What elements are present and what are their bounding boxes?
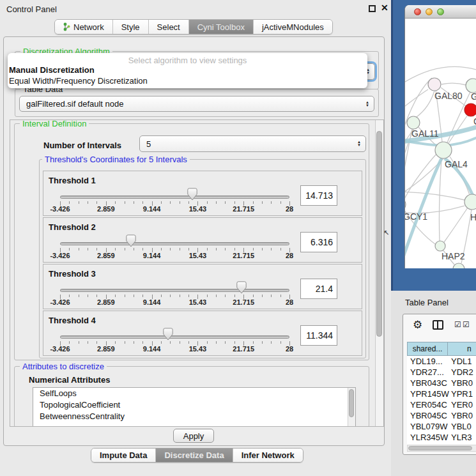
slider-track[interactable] [60, 196, 289, 199]
group-title: Threshold's Coordinates for 5 Intervals [42, 155, 190, 164]
close-window-icon[interactable] [414, 8, 421, 15]
threshold-value-field[interactable] [300, 325, 337, 346]
table-row[interactable]: YDL19...YDL1 [407, 356, 476, 367]
table-row[interactable]: YDR27...YDR2 [407, 367, 476, 378]
cell-shared-name: YBR045C [410, 411, 447, 420]
network-edge[interactable] [439, 158, 441, 241]
tick-label: 9.144 [143, 252, 161, 259]
scrollbar-thumb[interactable] [376, 131, 382, 337]
tab-style[interactable]: Style [113, 20, 149, 34]
tab-select[interactable]: Select [149, 20, 189, 34]
table-row[interactable]: YER054CYER0 [407, 399, 476, 410]
cell-name: YBR0 [451, 411, 473, 420]
gear-icon[interactable]: ⚙ [413, 318, 422, 332]
table-row[interactable]: YPR145WYPR1 [407, 388, 476, 399]
list-item[interactable]: BetweennessCentrality [33, 411, 355, 422]
tick-label: 15.43 [189, 345, 207, 353]
scrollbar-thumb[interactable] [408, 446, 472, 450]
tab-jactivemnodules[interactable]: jActiveMNodules [254, 20, 332, 34]
threshold-label: Threshold 3 [49, 269, 96, 279]
tab-infer-network[interactable]: Infer Network [233, 449, 303, 462]
apply-button[interactable]: Apply [173, 429, 214, 443]
num-intervals-label: Number of Intervals [43, 141, 121, 150]
network-edge[interactable] [405, 192, 464, 200]
table-row[interactable]: YBL079WYBL0 [407, 421, 476, 432]
popup-item-equal-width-frequency[interactable]: Equal Width/Frequency Discretization [9, 76, 148, 86]
num-intervals-combobox[interactable]: 5 ▲▼ [139, 135, 366, 152]
threshold-label: Threshold 4 [49, 316, 96, 325]
slider-track[interactable] [60, 242, 289, 245]
cell-name: YDR2 [451, 367, 473, 377]
threshold-value-field[interactable] [300, 232, 337, 252]
slider-track[interactable] [60, 289, 289, 292]
node-label: G [471, 91, 476, 102]
table-data-combobox[interactable]: galFiltered.sif default node ▲▼ [19, 96, 374, 112]
slider-thumb[interactable] [163, 328, 173, 341]
control-panel-tabbar: NetworkStyleSelectCyni ToolboxjActiveMNo… [54, 19, 333, 35]
table-row[interactable]: YBR043CYBR0 [407, 378, 476, 388]
split-columns-icon[interactable] [433, 320, 443, 330]
tab-impute-data[interactable]: Impute Data [91, 449, 156, 462]
network-edge[interactable] [417, 91, 434, 117]
network-view-window: GAL80GCGAL11GAL4GCY1HHAP2 [404, 5, 476, 268]
cell-shared-name: YDR27... [410, 367, 444, 377]
list-scrollbar[interactable] [348, 388, 355, 426]
popup-item-manual-discretization[interactable]: Manual Discretization [9, 65, 95, 75]
threshold-value-field[interactable] [300, 185, 337, 206]
slider-ticks [60, 341, 289, 346]
list-item[interactable]: SelfLoops [33, 388, 355, 399]
slider-thumb[interactable] [236, 281, 247, 294]
cell-name: YER0 [451, 400, 473, 410]
tab-label: Discretize Data [164, 450, 224, 460]
network-edge[interactable] [405, 89, 428, 115]
cytoscape-desktop: GAL80GCGAL11GAL4GCY1HHAP2 [391, 0, 476, 291]
tab-cyni-toolbox[interactable]: Cyni Toolbox [189, 20, 254, 34]
float-panel-icon[interactable] [369, 5, 376, 12]
network-node[interactable] [453, 263, 464, 268]
column-header-name[interactable]: n [447, 342, 476, 356]
group-title: Attributes to discretize [20, 362, 107, 371]
threshold-value-field[interactable] [300, 279, 337, 299]
slider-thumb[interactable] [126, 234, 136, 247]
network-canvas[interactable]: GAL80GCGAL11GAL4GCY1HHAP2 [405, 19, 476, 268]
app-root: Control Panel ✕ NetworkStyleSelectCyni T… [0, 0, 476, 476]
network-node-g[interactable] [466, 79, 476, 93]
horizontal-scrollbar[interactable] [407, 445, 476, 452]
network-node-c[interactable] [464, 104, 476, 116]
tab-discretize-data[interactable]: Discretize Data [156, 449, 233, 462]
table-row[interactable]: YBR045CYBR0 [407, 410, 476, 421]
checkbox-icon[interactable]: ☑ [463, 320, 470, 329]
zoom-window-icon[interactable] [437, 8, 444, 15]
column-header-shared-name[interactable]: shared... [407, 342, 447, 356]
tick-label: 21.715 [233, 252, 254, 259]
tab-network[interactable]: Network [55, 20, 113, 34]
cell-name: YBR0 [451, 378, 473, 388]
list-item[interactable]: TopologicalCoefficient [33, 399, 355, 411]
window-titlebar[interactable] [405, 5, 476, 19]
slider-track[interactable] [60, 335, 289, 339]
tick-label: 9.144 [143, 345, 161, 353]
tick-label: 9.144 [143, 205, 161, 213]
vertical-scrollbar[interactable] [375, 120, 383, 426]
network-edge[interactable] [441, 83, 466, 85]
network-node-hap2[interactable] [435, 241, 445, 251]
network-node-h[interactable] [464, 194, 476, 210]
network-node-gcy1[interactable] [405, 198, 406, 211]
tick-label: 2.859 [97, 345, 115, 353]
network-edge[interactable] [444, 208, 468, 242]
table-row[interactable]: YLR345WYLR3 [407, 432, 476, 443]
slider-ticks [60, 295, 289, 300]
tab-label: jActiveMNodules [262, 22, 324, 32]
tick-label: 21.715 [233, 345, 254, 353]
network-node-gal11[interactable] [407, 116, 420, 129]
checkbox-icon[interactable]: ☑ [454, 320, 461, 329]
network-node-gal80[interactable] [428, 78, 441, 91]
minimize-window-icon[interactable] [426, 8, 433, 15]
close-icon[interactable]: ✕ [381, 3, 388, 13]
network-node-gal4[interactable] [435, 142, 452, 158]
numerical-attributes-list[interactable]: SelfLoopsTopologicalCoefficientBetweenne… [33, 387, 356, 427]
table-panel-title: Table Panel [405, 298, 449, 307]
tab-label: Infer Network [242, 450, 295, 460]
slider-thumb[interactable] [187, 188, 197, 201]
cell-name: YPR1 [451, 389, 473, 399]
